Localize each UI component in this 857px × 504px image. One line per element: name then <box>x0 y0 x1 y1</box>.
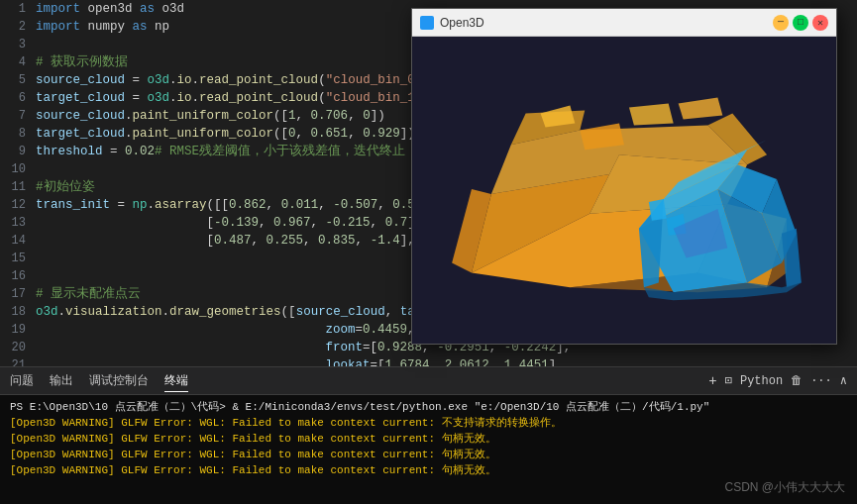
terminal-collapse-btn[interactable]: ∧ <box>840 373 847 388</box>
svg-marker-24 <box>649 199 667 221</box>
line-numbers: 1234567891011121314151617181920212223242… <box>0 0 32 366</box>
point-cloud-svg <box>412 37 836 344</box>
terminal-tab-问题[interactable]: 问题 <box>10 370 34 391</box>
open3d-controls[interactable]: ─ □ ✕ <box>773 15 828 31</box>
window-minimize-btn[interactable]: ─ <box>773 15 789 31</box>
watermark: CSDN @小伟大大大大 <box>724 479 845 496</box>
open3d-title-left: Open3D <box>420 16 484 30</box>
window-close-btn[interactable]: ✕ <box>812 15 828 31</box>
open3d-window[interactable]: Open3D ─ □ ✕ <box>411 8 837 345</box>
terminal-more-btn[interactable]: ··· <box>810 374 832 388</box>
window-maximize-btn[interactable]: □ <box>793 15 808 31</box>
watermark-text: CSDN @小伟大大大大 <box>724 480 845 494</box>
terminal-warning-line-0: [Open3D WARNING] GLFW Error: WGL: Failed… <box>10 415 847 431</box>
terminal-content: PS E:\Open3D\10 点云配准（二）\代码> & E:/Minicon… <box>0 395 857 482</box>
terminal-tab-调试控制台[interactable]: 调试控制台 <box>89 370 149 391</box>
terminal-prompt-line: PS E:\Open3D\10 点云配准（二）\代码> & E:/Minicon… <box>10 399 847 415</box>
open3d-canvas <box>412 37 836 344</box>
terminal-add-btn[interactable]: + <box>708 373 716 389</box>
terminal-warning-line-1: [Open3D WARNING] GLFW Error: WGL: Failed… <box>10 431 847 447</box>
terminal-tabs[interactable]: 问题输出调试控制台终端 <box>10 370 188 392</box>
terminal-tab-终端[interactable]: 终端 <box>164 370 188 392</box>
terminal-trash-btn[interactable]: 🗑 <box>791 373 803 388</box>
code-line-21: lookat=[1.6784, 2.0612, 1.4451], <box>32 356 857 366</box>
terminal-warning-line-2: [Open3D WARNING] GLFW Error: WGL: Failed… <box>10 447 847 462</box>
terminal-split-btn[interactable]: ⊡ <box>725 373 732 388</box>
open3d-titlebar: Open3D ─ □ ✕ <box>412 9 836 37</box>
terminal-language-btn: Python <box>740 374 783 388</box>
terminal-toolbar: 问题输出调试控制台终端 + ⊡ Python 🗑 ··· ∧ <box>0 367 857 395</box>
terminal-warning-line-3: [Open3D WARNING] GLFW Error: WGL: Failed… <box>10 462 847 478</box>
terminal-actions[interactable]: + ⊡ Python 🗑 ··· ∧ <box>708 373 847 389</box>
open3d-icon <box>420 16 434 30</box>
terminal-tab-输出[interactable]: 输出 <box>50 370 73 391</box>
point-cloud-container <box>412 37 836 344</box>
open3d-title-text: Open3D <box>440 16 484 30</box>
